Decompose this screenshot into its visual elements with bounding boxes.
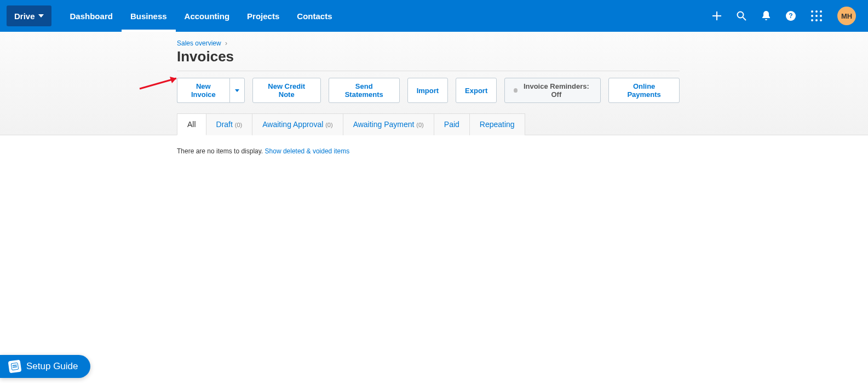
action-bar: New Invoice New Credit Note Send Stateme… — [177, 78, 680, 103]
new-credit-note-button[interactable]: New Credit Note — [252, 78, 321, 103]
primary-nav: Dashboard Business Accounting Projects C… — [61, 0, 341, 32]
tab-awaiting-payment[interactable]: Awaiting Payment (0) — [343, 113, 434, 135]
tab-awaiting-approval[interactable]: Awaiting Approval (0) — [252, 113, 343, 135]
avatar[interactable]: MH — [837, 7, 856, 25]
tab-draft-label: Draft — [216, 120, 233, 129]
bell-icon[interactable] — [762, 11, 771, 21]
help-icon[interactable]: ? — [786, 11, 796, 21]
setup-guide-button[interactable]: Setup Guide — [0, 355, 90, 378]
empty-text: There are no items to display. — [177, 147, 265, 155]
send-statements-button[interactable]: Send Statements — [329, 78, 400, 103]
chevron-down-icon — [38, 14, 44, 18]
import-button[interactable]: Import — [407, 78, 448, 103]
new-invoice-dropdown[interactable] — [229, 78, 245, 103]
tab-repeating[interactable]: Repeating — [470, 113, 525, 135]
add-icon[interactable] — [712, 12, 721, 20]
setup-guide-icon — [8, 360, 22, 374]
org-name: Drive — [14, 12, 35, 21]
tab-draft-count: (0) — [235, 122, 242, 128]
app-header: Drive Dashboard Business Accounting Proj… — [0, 0, 868, 32]
caret-down-icon — [235, 89, 239, 92]
tab-awaiting-approval-count: (0) — [325, 122, 332, 128]
nav-business[interactable]: Business — [122, 0, 176, 32]
show-deleted-link[interactable]: Show deleted & voided items — [265, 147, 350, 155]
invoice-reminders-button[interactable]: Invoice Reminders: Off — [504, 78, 601, 103]
svg-point-0 — [738, 12, 744, 18]
content-area: There are no items to display. Show dele… — [177, 135, 680, 155]
tab-draft[interactable]: Draft (0) — [206, 113, 253, 135]
page-subheader: Sales overview › Invoices New Invoice Ne… — [0, 32, 868, 135]
new-invoice-button[interactable]: New Invoice — [177, 78, 229, 103]
nav-dashboard[interactable]: Dashboard — [61, 0, 122, 32]
tab-awaiting-approval-label: Awaiting Approval — [262, 120, 323, 129]
header-right-actions: ? MH — [712, 7, 868, 25]
nav-accounting[interactable]: Accounting — [176, 0, 239, 32]
breadcrumb-parent[interactable]: Sales overview — [177, 39, 221, 47]
tab-paid[interactable]: Paid — [434, 113, 470, 135]
apps-icon[interactable] — [811, 10, 822, 21]
tab-awaiting-payment-count: (0) — [416, 122, 423, 128]
invoice-tabs: All Draft (0) Awaiting Approval (0) Awai… — [177, 113, 680, 135]
search-icon[interactable] — [737, 11, 746, 21]
page-title: Invoices — [177, 48, 680, 65]
svg-line-1 — [743, 18, 746, 21]
setup-guide-label: Setup Guide — [26, 361, 78, 372]
nav-projects[interactable]: Projects — [238, 0, 288, 32]
invoice-reminders-label: Invoice Reminders: Off — [521, 82, 591, 99]
divider — [177, 71, 680, 71]
nav-contacts[interactable]: Contacts — [288, 0, 341, 32]
org-switcher[interactable]: Drive — [7, 5, 51, 26]
empty-state: There are no items to display. Show dele… — [177, 147, 680, 155]
export-button[interactable]: Export — [456, 78, 497, 103]
svg-rect-6 — [11, 363, 19, 370]
breadcrumb: Sales overview › — [177, 39, 680, 47]
breadcrumb-separator: › — [225, 39, 227, 47]
status-dot-icon — [514, 88, 518, 93]
new-invoice-group: New Invoice — [177, 78, 245, 103]
tab-awaiting-payment-label: Awaiting Payment — [353, 120, 415, 129]
tab-all[interactable]: All — [177, 113, 206, 135]
online-payments-button[interactable]: Online Payments — [608, 78, 680, 103]
svg-text:?: ? — [789, 12, 792, 20]
